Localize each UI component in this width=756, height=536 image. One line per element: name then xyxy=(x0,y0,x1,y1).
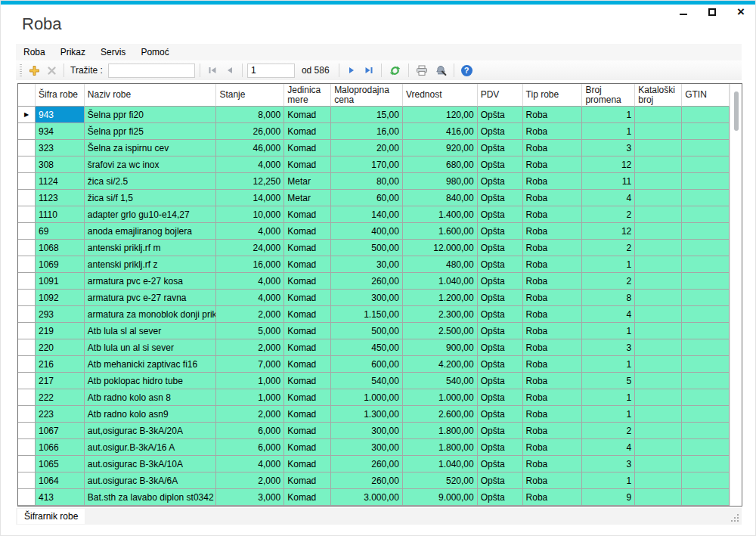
cell-gtin[interactable] xyxy=(682,323,730,339)
cell-pdv[interactable]: Opšta xyxy=(478,123,523,140)
cell-jedinica-mere[interactable]: Komad xyxy=(284,456,331,472)
cell-naziv-robe[interactable]: žica si/2.5 xyxy=(85,173,217,190)
row-header-cell[interactable] xyxy=(18,439,36,456)
row-header-cell[interactable] xyxy=(18,256,36,273)
row-header-cell[interactable] xyxy=(18,389,36,406)
cell-stanje[interactable]: 4,000 xyxy=(216,290,284,306)
column-header-vrednost[interactable]: Vrednost xyxy=(403,84,478,107)
cell-maloprodajna-cena[interactable]: 540,00 xyxy=(331,373,403,389)
cell-tip-robe[interactable]: Roba xyxy=(523,273,583,290)
cell-tip-robe[interactable]: Roba xyxy=(523,240,583,256)
row-header-cell[interactable] xyxy=(18,273,36,290)
cell-sifra-robe[interactable]: 293 xyxy=(36,306,85,323)
cell-kataloski-broj[interactable] xyxy=(635,123,682,140)
cell-jedinica-mere[interactable]: Komad xyxy=(284,472,331,489)
cell-tip-robe[interactable]: Roba xyxy=(523,323,583,339)
cell-maloprodajna-cena[interactable]: 300,00 xyxy=(331,423,403,439)
cell-stanje[interactable]: 2,000 xyxy=(216,472,284,489)
cell-jedinica-mere[interactable]: Metar xyxy=(284,173,331,190)
cell-broj-promena[interactable]: 3 xyxy=(582,140,635,156)
search-input[interactable] xyxy=(108,64,195,78)
nav-previous-button[interactable] xyxy=(222,64,237,77)
cell-tip-robe[interactable]: Roba xyxy=(523,472,583,489)
cell-broj-promena[interactable]: 11 xyxy=(582,173,635,190)
cell-tip-robe[interactable]: Roba xyxy=(523,373,583,389)
cell-maloprodajna-cena[interactable]: 16,00 xyxy=(331,123,403,140)
cell-kataloski-broj[interactable] xyxy=(635,323,682,339)
cell-maloprodajna-cena[interactable]: 30,00 xyxy=(331,256,403,273)
cell-naziv-robe[interactable]: armatura pvc e-27 kosa xyxy=(85,273,217,290)
cell-gtin[interactable] xyxy=(682,356,730,373)
cell-gtin[interactable] xyxy=(682,306,730,323)
toolbar-grip[interactable] xyxy=(20,64,22,76)
cell-jedinica-mere[interactable]: Komad xyxy=(284,439,331,456)
cell-vrednost[interactable]: 2.300,00 xyxy=(403,306,478,323)
cell-pdv[interactable]: Opšta xyxy=(478,389,523,406)
cell-naziv-robe[interactable]: aut.osigurac B-3kA/10A xyxy=(85,456,217,472)
cell-vrednost[interactable]: 540,00 xyxy=(403,373,478,389)
record-position-input[interactable] xyxy=(247,64,295,78)
row-header-cell[interactable] xyxy=(18,240,36,256)
cell-kataloski-broj[interactable] xyxy=(635,339,682,356)
cell-jedinica-mere[interactable]: Metar xyxy=(284,190,331,206)
cell-sifra-robe[interactable]: 1123 xyxy=(36,190,85,206)
cell-naziv-robe[interactable]: armatura za monoblok donji prikljuc... xyxy=(85,306,217,323)
cell-gtin[interactable] xyxy=(682,456,730,472)
cell-tip-robe[interactable]: Roba xyxy=(523,339,583,356)
cell-maloprodajna-cena[interactable]: 140,00 xyxy=(331,206,403,223)
cell-jedinica-mere[interactable]: Komad xyxy=(284,206,331,223)
cell-maloprodajna-cena[interactable]: 300,00 xyxy=(331,439,403,456)
cell-broj-promena[interactable]: 4 xyxy=(582,306,635,323)
nav-last-button[interactable] xyxy=(361,64,376,77)
cell-naziv-robe[interactable]: anoda emajliranog bojlera xyxy=(85,223,217,240)
cell-naziv-robe[interactable]: Atb radno kolo asn 8 xyxy=(85,389,217,406)
cell-tip-robe[interactable]: Roba xyxy=(523,156,583,173)
cell-kataloski-broj[interactable] xyxy=(635,256,682,273)
cell-stanje[interactable]: 4,000 xyxy=(216,156,284,173)
cell-kataloski-broj[interactable] xyxy=(635,489,682,506)
cell-broj-promena[interactable]: 12 xyxy=(582,156,635,173)
cell-sifra-robe[interactable]: 1068 xyxy=(36,240,85,256)
cell-broj-promena[interactable]: 9 xyxy=(582,489,635,506)
cell-gtin[interactable] xyxy=(682,406,730,423)
cell-tip-robe[interactable]: Roba xyxy=(523,306,583,323)
cell-vrednost[interactable]: 12.000,00 xyxy=(403,240,478,256)
row-header-cell[interactable] xyxy=(18,373,36,389)
cell-kataloski-broj[interactable] xyxy=(635,356,682,373)
cell-maloprodajna-cena[interactable]: 450,00 xyxy=(331,339,403,356)
cell-broj-promena[interactable]: 1 xyxy=(582,406,635,423)
vertical-scrollbar[interactable] xyxy=(730,84,742,506)
cell-naziv-robe[interactable]: šrafovi za wc inox xyxy=(85,156,217,173)
column-header-sifra-robe[interactable]: Šifra robe xyxy=(36,84,85,107)
cell-vrednost[interactable]: 1.600,00 xyxy=(403,223,478,240)
column-header-maloprodajna-cena[interactable]: Maloprodajna cena xyxy=(331,84,403,107)
cell-gtin[interactable] xyxy=(682,439,730,456)
cell-gtin[interactable] xyxy=(682,339,730,356)
cell-pdv[interactable]: Opšta xyxy=(478,373,523,389)
cell-broj-promena[interactable]: 2 xyxy=(582,423,635,439)
cell-kataloski-broj[interactable] xyxy=(635,173,682,190)
cell-pdv[interactable]: Opšta xyxy=(478,140,523,156)
cell-stanje[interactable]: 16,000 xyxy=(216,256,284,273)
cell-sifra-robe[interactable]: 1067 xyxy=(36,423,85,439)
cell-gtin[interactable] xyxy=(682,223,730,240)
cell-pdv[interactable]: Opšta xyxy=(478,273,523,290)
cell-maloprodajna-cena[interactable]: 400,00 xyxy=(331,223,403,240)
cell-pdv[interactable]: Opšta xyxy=(478,423,523,439)
cell-jedinica-mere[interactable]: Komad xyxy=(284,290,331,306)
cell-pdv[interactable]: Opšta xyxy=(478,306,523,323)
cell-maloprodajna-cena[interactable]: 15,00 xyxy=(331,107,403,123)
cell-naziv-robe[interactable]: aut.osigur.B-3kA/16 A xyxy=(85,439,217,456)
help-button[interactable]: ? xyxy=(459,64,475,78)
cell-stanje[interactable]: 4,000 xyxy=(216,223,284,240)
refresh-button[interactable] xyxy=(386,64,404,78)
cell-sifra-robe[interactable]: 1066 xyxy=(36,439,85,456)
column-header-naziv-robe[interactable]: Naziv robe xyxy=(85,84,217,107)
cell-vrednost[interactable]: 900,00 xyxy=(403,339,478,356)
cell-sifra-robe[interactable]: 1064 xyxy=(36,472,85,489)
cell-vrednost[interactable]: 980,00 xyxy=(403,173,478,190)
cell-maloprodajna-cena[interactable]: 500,00 xyxy=(331,240,403,256)
cell-pdv[interactable]: Opšta xyxy=(478,339,523,356)
cell-stanje[interactable]: 7,000 xyxy=(216,356,284,373)
cell-jedinica-mere[interactable]: Komad xyxy=(284,323,331,339)
